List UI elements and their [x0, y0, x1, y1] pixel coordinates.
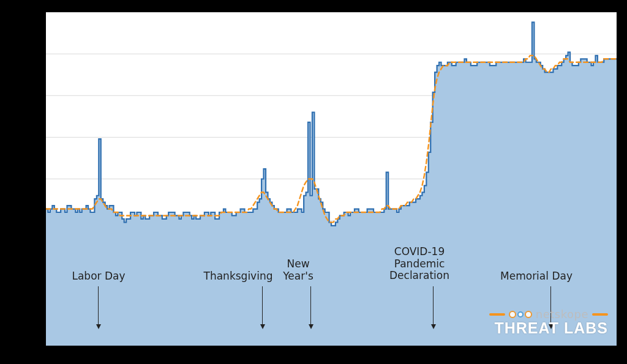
annotation-label: Labor Day: [72, 270, 125, 282]
plot-area: Labor Day Thanksgiving New Year's COVID-…: [46, 12, 617, 346]
annotation-label-line: Declaration: [389, 269, 449, 281]
annotation-labor-day: Labor Day: [72, 270, 125, 283]
annotation-thanksgiving: Thanksgiving: [204, 270, 273, 283]
chart-frame: Labor Day Thanksgiving New Year's COVID-…: [0, 0, 627, 364]
annotation-label-line: Pandemic: [394, 258, 445, 270]
annotation-label: Thanksgiving: [204, 270, 273, 282]
annotation-covid: COVID-19 Pandemic Declaration: [389, 246, 449, 282]
annotation-label-line: New: [287, 258, 309, 270]
chart-svg: [46, 12, 617, 346]
annotation-label-line: Year's: [283, 270, 314, 282]
annotation-new-years: New Year's: [283, 258, 314, 282]
annotation-memorial-day: Memorial Day: [500, 270, 573, 283]
annotation-label-line: COVID-19: [394, 245, 445, 258]
annotation-label: Memorial Day: [500, 270, 573, 282]
